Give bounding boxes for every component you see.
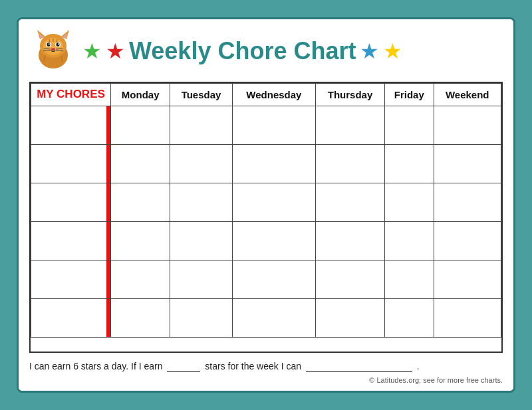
thursday-cell-1[interactable]: [316, 106, 385, 145]
monday-cell-5[interactable]: [111, 260, 170, 299]
table-row: [31, 183, 501, 222]
wednesday-cell-3[interactable]: [232, 183, 315, 222]
star-green-icon: ★: [82, 39, 102, 64]
thursday-cell-4[interactable]: [316, 222, 385, 260]
svg-point-12: [58, 43, 59, 45]
friday-header: Friday: [385, 84, 434, 106]
weekend-cell-1[interactable]: [434, 106, 501, 145]
monday-header: Monday: [111, 84, 170, 106]
table-header-row: MY CHORES Monday Tuesday Wednesday Thurs…: [31, 84, 501, 106]
chore-chart-card: ★ ★ Weekly Chore Chart ★ ★ MY CHORES Mon…: [17, 17, 515, 393]
footer-text: I can earn 6 stars a day. If I earn star…: [29, 359, 503, 373]
weekend-cell-6[interactable]: [434, 299, 501, 338]
monday-cell-3[interactable]: [111, 183, 170, 222]
blank-stars-input[interactable]: [167, 361, 200, 372]
svg-point-9: [49, 43, 50, 45]
wednesday-cell-1[interactable]: [232, 106, 315, 145]
weekend-header: Weekend: [434, 84, 501, 106]
friday-cell-6[interactable]: [385, 299, 434, 338]
chores-column-header: MY CHORES: [31, 84, 111, 106]
copyright-text: © Latitudes.org; see for more free chart…: [29, 376, 503, 384]
monday-cell-1[interactable]: [111, 106, 170, 145]
friday-cell-4[interactable]: [385, 222, 434, 260]
svg-line-17: [56, 51, 63, 51]
chore-cell-1[interactable]: [31, 106, 111, 145]
tuesday-cell-1[interactable]: [170, 106, 232, 145]
wednesday-cell-6[interactable]: [232, 299, 315, 338]
friday-cell-2[interactable]: [385, 145, 434, 183]
footer-text-part1: I can earn 6 stars a day. If I earn: [29, 361, 163, 371]
tuesday-cell-3[interactable]: [170, 183, 232, 222]
chore-table-wrapper: MY CHORES Monday Tuesday Wednesday Thurs…: [29, 82, 503, 353]
thursday-cell-6[interactable]: [316, 299, 385, 338]
friday-cell-3[interactable]: [385, 183, 434, 222]
friday-cell-1[interactable]: [385, 106, 434, 145]
weekend-cell-3[interactable]: [434, 183, 501, 222]
thursday-header: Thursday: [316, 84, 385, 106]
chart-title: Weekly Chore Chart: [129, 37, 356, 65]
wednesday-cell-5[interactable]: [232, 260, 315, 299]
chore-cell-3[interactable]: [31, 183, 111, 222]
monday-cell-4[interactable]: [111, 222, 170, 260]
table-row: [31, 145, 501, 183]
svg-line-20: [57, 39, 57, 43]
chore-cell-5[interactable]: [31, 260, 111, 299]
cat-illustration: [29, 27, 77, 75]
tuesday-header: Tuesday: [170, 84, 232, 106]
wednesday-header: Wednesday: [232, 84, 315, 106]
wednesday-cell-4[interactable]: [232, 222, 315, 260]
monday-cell-2[interactable]: [111, 145, 170, 183]
star-yellow-icon: ★: [383, 39, 402, 64]
svg-point-8: [47, 43, 51, 47]
svg-line-18: [49, 39, 50, 43]
tuesday-cell-4[interactable]: [170, 222, 232, 260]
thursday-cell-3[interactable]: [316, 183, 385, 222]
weekend-cell-2[interactable]: [434, 145, 501, 183]
chore-cell-4[interactable]: [31, 222, 111, 260]
svg-point-13: [51, 48, 55, 51]
weekend-cell-5[interactable]: [434, 260, 501, 299]
tuesday-cell-6[interactable]: [170, 299, 232, 338]
footer-text-end: .: [417, 361, 420, 371]
svg-point-11: [57, 43, 60, 47]
table-row: [31, 106, 501, 145]
thursday-cell-5[interactable]: [316, 260, 385, 299]
monday-cell-6[interactable]: [111, 299, 170, 338]
title-area: ★ ★ Weekly Chore Chart ★ ★: [82, 37, 503, 65]
chore-cell-6[interactable]: [31, 299, 111, 338]
my-chores-label: MY CHORES: [37, 88, 105, 101]
table-row: [31, 299, 501, 338]
chore-cell-2[interactable]: [31, 145, 111, 183]
friday-cell-5[interactable]: [385, 260, 434, 299]
tuesday-cell-2[interactable]: [170, 145, 232, 183]
wednesday-cell-2[interactable]: [232, 145, 315, 183]
star-blue-icon: ★: [360, 39, 379, 64]
thursday-cell-2[interactable]: [316, 145, 385, 183]
table-body: [31, 106, 501, 338]
table-row: [31, 260, 501, 299]
svg-line-15: [43, 51, 51, 51]
chore-table: MY CHORES Monday Tuesday Wednesday Thurs…: [31, 83, 501, 338]
star-red-icon: ★: [106, 39, 125, 64]
blank-reward-input[interactable]: [306, 361, 412, 372]
footer-text-part2: stars for the week I can: [205, 361, 301, 371]
table-row: [31, 222, 501, 260]
tuesday-cell-5[interactable]: [170, 260, 232, 299]
weekend-cell-4[interactable]: [434, 222, 501, 260]
chart-header: ★ ★ Weekly Chore Chart ★ ★: [29, 27, 503, 75]
